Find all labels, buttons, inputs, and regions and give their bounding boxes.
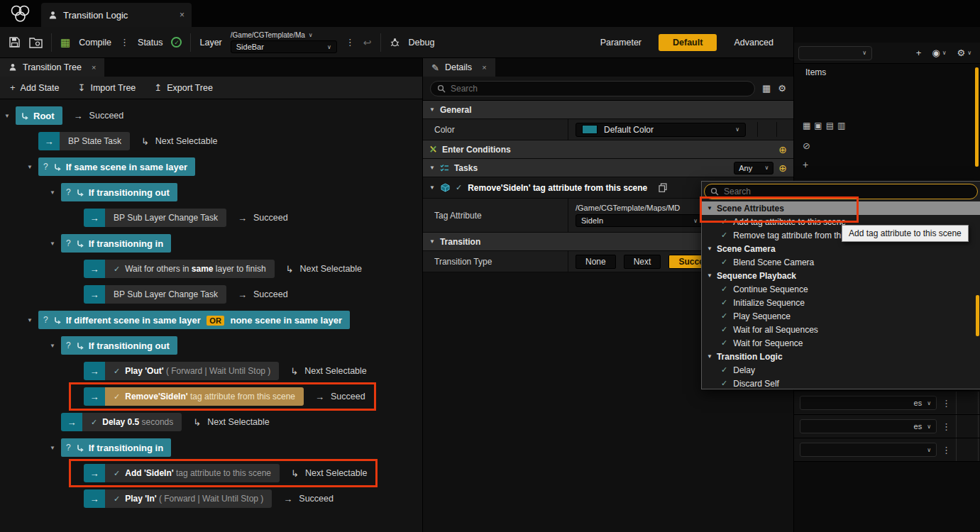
collapse-caret-icon[interactable]: ▼	[50, 240, 61, 247]
menu-item[interactable]: ✓Play Sequence	[702, 309, 980, 323]
tree-task-row[interactable]: →✓Play 'Out' ( Forward | Wait Until Stop…	[72, 362, 422, 380]
visibility-eye-icon[interactable]: ◉∨	[932, 48, 946, 58]
save-icon[interactable]	[9, 36, 21, 48]
condition-chip[interactable]: ?If transitioning out	[61, 336, 177, 355]
collapse-caret-icon[interactable]: ▼	[50, 445, 61, 451]
browse-content-icon[interactable]	[29, 37, 43, 48]
menu-item[interactable]: ✓Continue Sequence	[702, 282, 980, 296]
right-panel-dropdown[interactable]: ∨	[798, 46, 872, 60]
tree-task-row[interactable]: →BP Sub Layer Change Task→Succeed	[72, 285, 422, 304]
layer-options-kebab-icon[interactable]: ⋮	[346, 37, 355, 48]
panel-icon[interactable]: ▣	[814, 121, 822, 131]
menu-searchbox[interactable]	[704, 184, 978, 199]
app-logo[interactable]	[0, 0, 41, 27]
section-general[interactable]: ▼ General	[423, 101, 793, 119]
tab-details[interactable]: ✎ Details ×	[423, 58, 495, 77]
tree-task-row[interactable]: →✓Remove'SideIn' tag attribute from this…	[72, 387, 422, 406]
collapse-caret-icon[interactable]: ▼	[4, 113, 16, 119]
copy-icon[interactable]	[659, 183, 667, 192]
parameter-label[interactable]: Parameter	[600, 38, 642, 48]
layer-path-dropdown[interactable]: /Game/CGTemplate/Ma ∨	[231, 31, 337, 39]
settings-gear-icon[interactable]: ⚙	[778, 83, 786, 94]
right-panel-row-dropdown[interactable]: es∨	[800, 396, 937, 410]
transition-type-next-button[interactable]: Next	[624, 255, 661, 269]
debug-button[interactable]: Debug	[409, 38, 435, 48]
tree-condition-row[interactable]: ▼?If transitioning in	[50, 234, 422, 253]
tree-condition-row[interactable]: ▼?If different scene in same layer OR no…	[27, 311, 422, 329]
tree-condition-row[interactable]: ▼?If same scene in same layer	[27, 157, 422, 176]
right-panel-row-dropdown[interactable]: ∨	[800, 443, 937, 457]
root-chip[interactable]: Root	[16, 106, 62, 125]
tree-condition-row[interactable]: ▼?If transitioning out	[50, 336, 422, 355]
advanced-button[interactable]: Advanced	[734, 38, 773, 48]
kebab-menu-icon[interactable]: ⋮	[942, 421, 951, 432]
add-condition-icon[interactable]: ⊕	[778, 144, 787, 155]
panel-icon[interactable]: ▦	[803, 121, 810, 131]
table-view-icon[interactable]: ▦	[762, 83, 771, 94]
tasks-mode-dropdown[interactable]: Any ∨	[734, 162, 773, 174]
tree-task-row[interactable]: →✓Add 'SideIn' tag attribute to this sce…	[72, 464, 422, 482]
menu-item[interactable]: ✓Blend Scene Camera	[702, 255, 980, 269]
transition-type-none-button[interactable]: None	[576, 255, 616, 269]
task-chip[interactable]: →✓Add 'SideIn' tag attribute to this sce…	[84, 464, 280, 482]
task-chip[interactable]: →✓Play 'Out' ( Forward | Wait Until Stop…	[84, 362, 279, 380]
close-tree-tab-icon[interactable]: ×	[92, 63, 96, 72]
add-task-icon[interactable]: ⊕	[778, 162, 787, 174]
collapse-caret-icon[interactable]: ▼	[50, 189, 61, 196]
undo-icon[interactable]: ↩	[363, 37, 372, 48]
section-tasks[interactable]: ▼ Tasks Any ∨ ⊕	[423, 159, 793, 177]
menu-category[interactable]: ▼Scene Camera	[702, 242, 980, 255]
task-chip[interactable]: →BP Sub Layer Change Task	[84, 209, 226, 227]
compile-options-kebab-icon[interactable]: ⋮	[120, 37, 129, 48]
panel-icon[interactable]: ▤	[826, 121, 834, 131]
compile-button[interactable]: Compile	[79, 38, 111, 48]
no-entry-icon[interactable]: ⊘	[803, 140, 810, 151]
section-enter-conditions[interactable]: Enter Conditions ⊕	[423, 140, 793, 159]
default-button[interactable]: Default	[659, 34, 717, 51]
close-tab-icon[interactable]: ×	[180, 10, 185, 20]
task-chip[interactable]: →BP Sub Layer Change Task	[84, 285, 226, 304]
import-tree-button[interactable]: ↧ Import Tree	[78, 82, 136, 93]
task-chip[interactable]: →✓Play 'In' ( Forward | Wait Until Stop …	[84, 489, 272, 508]
tree-task-row[interactable]: →BP State Task↳Next Selectable	[27, 132, 422, 150]
menu-category[interactable]: ▼Transition Logic	[702, 350, 980, 363]
menu-item[interactable]: ✓Delay	[702, 363, 980, 377]
kebab-menu-icon[interactable]: ⋮	[942, 445, 951, 455]
tree-condition-row[interactable]: ▼?If transitioning in	[50, 438, 422, 457]
color-dropdown[interactable]: Default Color ∨	[576, 123, 746, 137]
task-chip[interactable]: →BP State Task	[38, 132, 130, 150]
menu-category[interactable]: ▼Scene Attributes	[702, 201, 980, 215]
details-searchbox[interactable]	[430, 81, 755, 96]
collapse-caret-icon[interactable]: ▼	[27, 317, 38, 323]
tree-task-row[interactable]: →BP Sub Layer Change Task→Succeed	[72, 209, 422, 227]
kebab-menu-icon[interactable]: ⋮	[942, 398, 951, 409]
snap-cross-icon[interactable]: +	[916, 48, 922, 58]
debug-icon[interactable]	[390, 37, 400, 48]
tree-condition-row[interactable]: ▼?If transitioning out	[50, 183, 422, 201]
tree-task-row[interactable]: →✓Play 'In' ( Forward | Wait Until Stop …	[72, 489, 422, 508]
menu-item[interactable]: ✓Discard Self	[702, 377, 980, 389]
panel-icon[interactable]: ▥	[837, 121, 845, 131]
add-state-button[interactable]: + Add State	[10, 82, 60, 93]
tree-root-row[interactable]: ▼Root→Succeed	[4, 106, 422, 125]
collapse-caret-icon[interactable]: ▼	[27, 164, 38, 170]
menu-category[interactable]: ▼Sequence Playback	[702, 269, 980, 282]
tree-task-row[interactable]: →✓Wait for others in same layer to finis…	[72, 260, 422, 278]
tab-transition-logic[interactable]: Transition Logic ×	[41, 3, 192, 27]
right-panel-row-dropdown[interactable]: es∨	[800, 419, 937, 433]
task-chip[interactable]: →✓Delay 0.5 seconds	[61, 413, 182, 431]
add-item-icon[interactable]: +	[803, 159, 808, 170]
tab-transition-tree[interactable]: Transition Tree ×	[0, 58, 104, 77]
export-tree-button[interactable]: ↥ Export Tree	[154, 82, 213, 93]
condition-chip[interactable]: ?If transitioning in	[61, 438, 171, 457]
menu-item[interactable]: ✓Wait for all Sequences	[702, 323, 980, 336]
condition-chip[interactable]: ?If transitioning in	[61, 234, 171, 253]
menu-scrollbar[interactable]	[976, 295, 979, 336]
tag-attribute-dropdown[interactable]: SideIn ∨	[576, 214, 703, 227]
right-panel-scrollbar[interactable]	[975, 67, 979, 167]
tree-task-row[interactable]: →✓Delay 0.5 seconds↳Next Selectable	[50, 413, 422, 431]
menu-search-input[interactable]	[724, 187, 971, 196]
menu-item[interactable]: ✓Initialize Sequence	[702, 296, 980, 309]
condition-chip[interactable]: ?If different scene in same layer OR non…	[38, 311, 350, 329]
condition-chip[interactable]: ?If same scene in same layer	[38, 157, 195, 176]
